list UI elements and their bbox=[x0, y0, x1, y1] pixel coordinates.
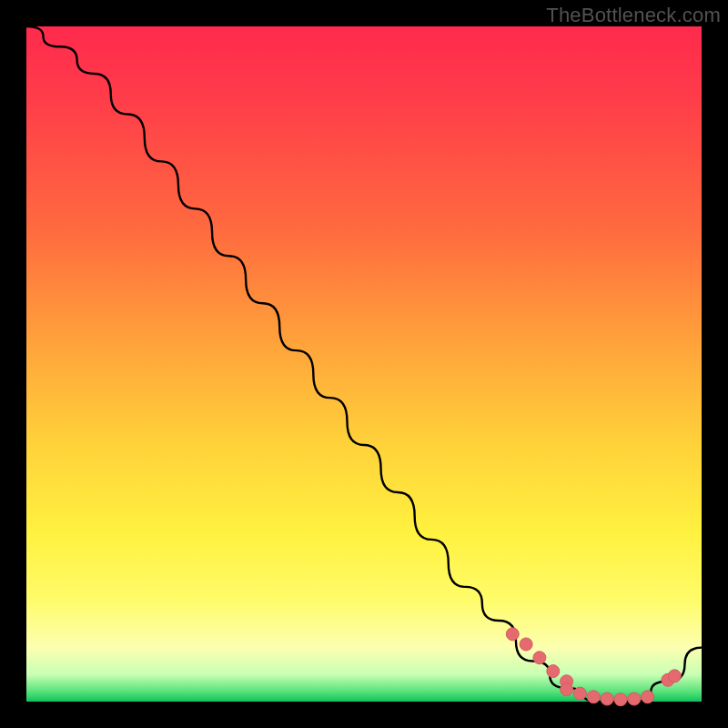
curve-svg bbox=[26, 26, 702, 702]
bottleneck-curve bbox=[26, 26, 702, 702]
watermark-text: TheBottleneck.com bbox=[546, 4, 721, 27]
marker-dot bbox=[601, 693, 613, 705]
marker-dot bbox=[614, 693, 627, 706]
curve-markers bbox=[506, 628, 681, 706]
marker-dot bbox=[642, 691, 654, 703]
chart-frame: TheBottleneck.com bbox=[0, 0, 728, 728]
marker-dot bbox=[547, 665, 560, 678]
marker-dot bbox=[561, 683, 573, 696]
curve-line bbox=[26, 26, 702, 702]
marker-dot bbox=[506, 628, 519, 641]
marker-dot bbox=[668, 670, 681, 682]
marker-dot bbox=[573, 687, 586, 700]
plot-area bbox=[26, 26, 702, 702]
marker-dot bbox=[533, 652, 546, 664]
marker-dot bbox=[628, 693, 641, 705]
marker-dot bbox=[520, 638, 532, 651]
marker-dot bbox=[587, 691, 600, 703]
